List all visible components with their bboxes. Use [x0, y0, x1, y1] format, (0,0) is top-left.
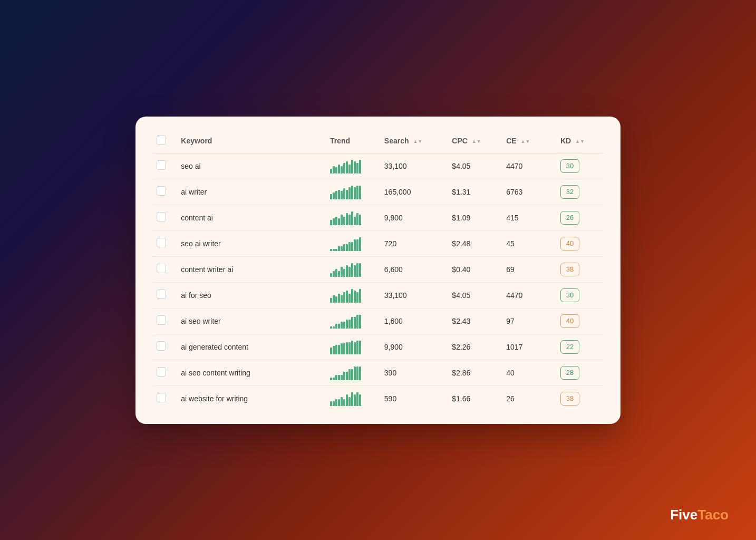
trend-bar: [335, 375, 337, 380]
trend-bar: [354, 394, 356, 406]
row-checkbox[interactable]: [157, 212, 166, 221]
trend-bar: [351, 369, 353, 380]
trend-bar: [346, 291, 348, 303]
brand-name-part2: Taco: [697, 507, 729, 523]
table-row: ai seo writer1,600$2.439740: [152, 308, 604, 334]
header-search[interactable]: Search ▲▼: [380, 129, 448, 153]
trend-bar: [354, 239, 356, 251]
trend-bar: [335, 249, 337, 251]
keyword-cell: seo ai writer: [177, 230, 326, 256]
trend-cell: [326, 179, 380, 205]
trend-bar: [359, 215, 361, 225]
row-checkbox[interactable]: [157, 186, 166, 196]
trend-bar: [346, 161, 348, 173]
trend-bar: [341, 191, 343, 199]
ce-sort-icon: ▲▼: [521, 139, 530, 144]
kd-badge: 32: [560, 185, 579, 199]
trend-bar: [333, 192, 335, 199]
trend-bar: [333, 249, 335, 251]
trend-bar: [341, 322, 343, 329]
table-row: seo ai writer720$2.484540: [152, 230, 604, 256]
trend-bar: [330, 169, 332, 173]
cpc-cell: $1.09: [448, 205, 502, 230]
trend-bar: [343, 163, 345, 173]
trend-bar: [343, 322, 345, 329]
search-cell: 390: [380, 360, 448, 385]
row-checkbox[interactable]: [157, 264, 166, 273]
trend-bar: [351, 242, 353, 251]
row-checkbox[interactable]: [157, 290, 166, 299]
trend-bar: [333, 346, 335, 354]
ce-cell: 4470: [502, 282, 556, 308]
trend-bar: [341, 375, 343, 380]
trend-bar: [338, 399, 340, 406]
trend-bar: [338, 218, 340, 225]
cpc-cell: $0.40: [448, 256, 502, 282]
trend-bar: [330, 273, 332, 277]
trend-bar: [348, 342, 351, 354]
trend-bar: [351, 289, 353, 303]
header-cpc[interactable]: CPC ▲▼: [448, 129, 502, 153]
kd-badge: 22: [560, 340, 579, 354]
main-card: Keyword Trend Search ▲▼ CPC ▲▼ CE ▲▼ KD …: [135, 117, 621, 424]
ce-cell: 40: [502, 360, 556, 385]
kd-badge: 40: [560, 237, 579, 250]
cpc-cell: $2.86: [448, 360, 502, 385]
row-checkbox[interactable]: [157, 341, 166, 351]
search-cell: 33,100: [380, 282, 448, 308]
search-cell: 720: [380, 230, 448, 256]
trend-bar: [346, 342, 348, 354]
keyword-cell: ai seo content writing: [177, 360, 326, 385]
table-row: ai website for writing590$1.662638: [152, 385, 604, 411]
header-checkbox[interactable]: [152, 129, 177, 153]
trend-bar: [348, 242, 351, 251]
trend-bar: [335, 296, 337, 303]
trend-bar: [351, 341, 353, 354]
trend-bar: [348, 215, 351, 225]
select-all-checkbox[interactable]: [157, 136, 166, 145]
trend-cell: [326, 230, 380, 256]
header-ce[interactable]: CE ▲▼: [502, 129, 556, 153]
row-checkbox[interactable]: [157, 367, 166, 377]
row-checkbox[interactable]: [157, 160, 166, 170]
row-checkbox[interactable]: [157, 393, 166, 402]
trend-bar: [359, 186, 361, 199]
trend-bar: [343, 217, 345, 225]
trend-bar: [335, 345, 337, 354]
table-row: ai writer165,000$1.31676332: [152, 179, 604, 205]
trend-bar: [333, 218, 335, 225]
trend-bar: [335, 191, 337, 199]
kd-badge: 30: [560, 288, 579, 302]
trend-bar: [354, 161, 356, 173]
kd-cell: 38: [556, 385, 604, 411]
keyword-cell: ai seo writer: [177, 308, 326, 334]
keyword-cell: seo ai: [177, 153, 326, 179]
trend-chart: [330, 185, 376, 199]
row-checkbox[interactable]: [157, 238, 166, 247]
keyword-cell: ai generated content: [177, 334, 326, 360]
kd-sort-icon: ▲▼: [575, 139, 585, 144]
table-row: ai seo content writing390$2.864028: [152, 360, 604, 385]
trend-bar: [343, 244, 345, 251]
search-cell: 1,600: [380, 308, 448, 334]
trend-bar: [356, 367, 358, 380]
trend-chart: [330, 365, 376, 380]
keyword-cell: ai for seo: [177, 282, 326, 308]
keyword-cell: content ai: [177, 205, 326, 230]
header-kd[interactable]: KD ▲▼: [556, 129, 604, 153]
trend-bar: [338, 271, 340, 277]
kd-cell: 40: [556, 230, 604, 256]
kd-badge: 40: [560, 314, 579, 328]
trend-bar: [338, 246, 340, 251]
trend-bar: [335, 167, 337, 173]
cpc-cell: $1.66: [448, 385, 502, 411]
trend-bar: [341, 267, 343, 277]
keyword-cell: ai writer: [177, 179, 326, 205]
trend-chart: [330, 236, 376, 251]
trend-bar: [346, 190, 348, 199]
row-checkbox[interactable]: [157, 315, 166, 325]
ce-cell: 69: [502, 256, 556, 282]
trend-bar: [341, 246, 343, 251]
trend-bar: [356, 213, 358, 225]
search-cell: 33,100: [380, 153, 448, 179]
